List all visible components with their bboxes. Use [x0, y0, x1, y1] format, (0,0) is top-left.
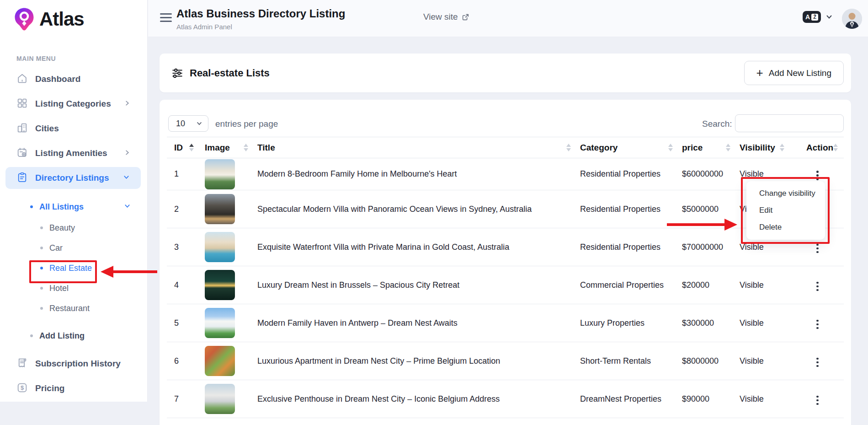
- cell-action: [793, 342, 844, 380]
- filters-icon: [171, 67, 183, 79]
- row-actions-button[interactable]: [814, 317, 821, 332]
- sidebar-item-label: Subscription History: [35, 359, 121, 369]
- cell-id: 6: [167, 342, 205, 380]
- sidebar-item-dashboard[interactable]: Dashboard: [0, 67, 147, 91]
- row-actions-button[interactable]: [814, 393, 821, 408]
- menu-toggle-icon[interactable]: [160, 13, 172, 24]
- chevron-down-icon: [123, 174, 130, 183]
- sidebar-item-listing-categories[interactable]: Listing Categories: [0, 91, 147, 116]
- add-new-listing-button[interactable]: + Add New Listing: [744, 61, 844, 85]
- sidebar-item-pricing[interactable]: $ Pricing: [0, 376, 147, 401]
- bullet-icon: [30, 334, 33, 337]
- view-site-link[interactable]: View site: [423, 12, 469, 22]
- sidebar-item-label: Directory Listings: [35, 173, 109, 183]
- sidebar-item-beauty[interactable]: Beauty: [0, 218, 147, 238]
- cell-image: [205, 380, 257, 418]
- dollar-icon: $: [16, 382, 28, 395]
- cell-category: DreamNest Properties: [580, 380, 682, 418]
- listing-thumbnail[interactable]: [205, 194, 235, 224]
- listing-thumbnail[interactable]: [205, 346, 235, 376]
- translate-icon: AŽ: [803, 11, 821, 23]
- cell-image: [205, 304, 257, 342]
- sidebar-item-cities[interactable]: Cities: [0, 116, 147, 141]
- column-header-title[interactable]: Title: [257, 137, 580, 158]
- sidebar-item-subscription-history[interactable]: Subscription History: [0, 351, 147, 376]
- listing-thumbnail[interactable]: [205, 232, 235, 262]
- sort-icon[interactable]: [244, 144, 248, 151]
- annotation-arrow-real-estate: [97, 263, 160, 281]
- column-header-visibility[interactable]: Visibility: [740, 137, 793, 158]
- cell-id: 7: [167, 380, 205, 418]
- bullet-icon: [40, 226, 43, 229]
- brand-name: Atlas: [39, 8, 84, 30]
- column-label: Image: [205, 143, 230, 153]
- receipt-icon: [16, 357, 28, 371]
- language-selector[interactable]: AŽ: [803, 11, 833, 23]
- home-icon: [16, 73, 28, 86]
- annotation-box-action-menu: [741, 177, 830, 244]
- sort-icon[interactable]: [566, 144, 571, 151]
- listing-thumbnail[interactable]: [205, 159, 235, 189]
- table-row: 7Exclusive Penthouse in Dream Nest City …: [167, 380, 844, 418]
- cell-price: $20000: [682, 266, 740, 304]
- listing-thumbnail[interactable]: [205, 384, 235, 414]
- cell-visibility: Visible: [740, 342, 793, 380]
- column-label: Category: [580, 143, 618, 153]
- sidebar-item-listing-amenities[interactable]: Listing Amenities: [0, 141, 147, 166]
- cell-category: Luxury Properties: [580, 304, 682, 342]
- cell-action: [793, 266, 844, 304]
- listing-thumbnail[interactable]: [205, 270, 235, 300]
- search-input[interactable]: [735, 114, 844, 132]
- sidebar-section-label: MAIN MENU: [16, 55, 147, 62]
- column-header-id[interactable]: ID: [167, 137, 205, 158]
- cell-category: Commercial Properties: [580, 266, 682, 304]
- column-header-price[interactable]: price: [682, 137, 740, 158]
- clipboard-icon: [16, 172, 28, 185]
- sort-icon[interactable]: [780, 144, 784, 151]
- sidebar-item-car[interactable]: Car: [0, 238, 147, 258]
- column-header-category[interactable]: Category: [580, 137, 682, 158]
- row-actions-button[interactable]: [814, 279, 821, 294]
- cell-image: [205, 158, 257, 190]
- cell-action: [793, 304, 844, 342]
- sidebar-item-directory-listings[interactable]: Directory Listings: [5, 167, 141, 189]
- table-row: 5Modern Family Haven in Antwerp – Dream …: [167, 304, 844, 342]
- cell-title: Luxurious Apartment in Dream Nest City –…: [257, 342, 580, 380]
- sidebar-item-label: Restaurant: [49, 304, 90, 313]
- cell-title: Modern Family Haven in Antwerp – Dream N…: [257, 304, 580, 342]
- chevron-right-icon: [124, 149, 131, 158]
- cell-price: $90000: [682, 380, 740, 418]
- chevron-down-icon: [825, 13, 833, 21]
- user-avatar[interactable]: [842, 9, 862, 29]
- sidebar-item-add-listing[interactable]: Add Listing: [0, 326, 147, 346]
- column-header-action[interactable]: Action: [793, 137, 844, 158]
- column-header-image[interactable]: Image: [205, 137, 257, 158]
- bullet-icon: [40, 307, 43, 310]
- cell-image: [205, 228, 257, 266]
- column-label: price: [682, 143, 703, 153]
- column-label: Action: [806, 143, 833, 153]
- chevron-down-icon: [196, 120, 202, 127]
- buildings-icon: [16, 122, 28, 135]
- sidebar-item-all-listings[interactable]: All Listings: [0, 196, 147, 218]
- cell-id: 5: [167, 304, 205, 342]
- top-header: Atlas Business Directory Listing Atlas A…: [148, 0, 868, 37]
- column-label: ID: [174, 143, 183, 153]
- sort-icon[interactable]: [833, 144, 838, 151]
- brand-logo[interactable]: Atlas: [0, 0, 147, 31]
- list-header-card: Real-estate Lists + Add New Listing: [160, 54, 851, 92]
- sidebar-item-restaurant[interactable]: Restaurant: [0, 298, 147, 318]
- listing-thumbnail[interactable]: [205, 308, 235, 338]
- sidebar-item-label: Listing Amenities: [35, 148, 107, 158]
- sort-icon[interactable]: [668, 144, 673, 151]
- row-actions-button[interactable]: [814, 355, 821, 370]
- sort-icon[interactable]: [726, 144, 730, 151]
- cell-title: Spectacular Modern Villa with Panoramic …: [257, 190, 580, 228]
- cell-title: Exquisite Waterfront Villa with Private …: [257, 228, 580, 266]
- page-size-select[interactable]: 10: [168, 115, 208, 132]
- calendar-plus-icon: [16, 147, 28, 160]
- sort-icon[interactable]: [189, 144, 194, 151]
- page-subtitle: Atlas Admin Panel: [176, 23, 345, 31]
- cell-id: 4: [167, 266, 205, 304]
- sidebar-item-label: Car: [49, 243, 63, 253]
